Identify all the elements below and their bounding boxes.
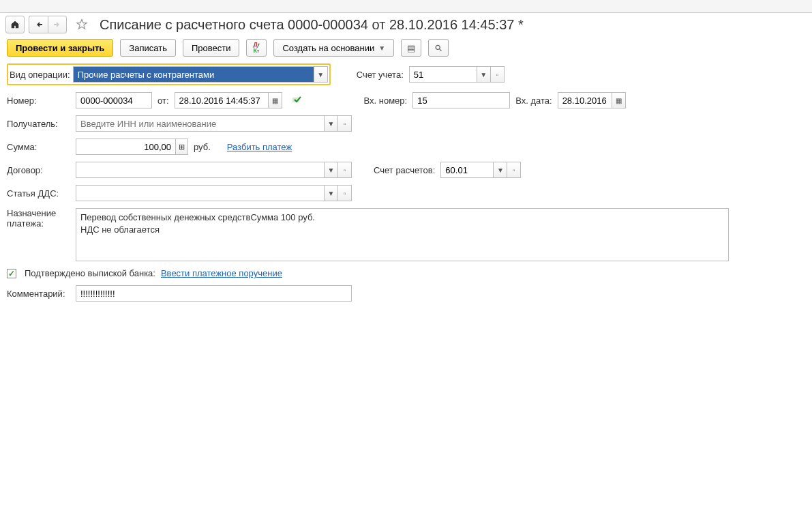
row-amount: Сумма: ⊞ руб. Разбить платеж xyxy=(7,138,805,155)
header-bar: Списание с расчетного счета 0000-000034 … xyxy=(0,13,812,36)
label-amount: Сумма: xyxy=(7,142,70,152)
settlement-account-field: ▼ ▫ xyxy=(440,162,521,178)
arrow-left-icon xyxy=(35,20,43,29)
dds-field: ▼ ▫ xyxy=(76,185,352,201)
row-contract: Договор: ▼ ▫ Счет расчетов: ▼ ▫ xyxy=(7,162,805,178)
operation-type-dropdown[interactable]: ▼ xyxy=(314,66,328,83)
document-tree-icon: ▤ xyxy=(407,43,415,53)
label-number: Номер: xyxy=(7,96,70,106)
dds-input[interactable] xyxy=(76,185,325,201)
confirmed-checkbox[interactable] xyxy=(7,269,16,278)
label-operation-type: Вид операции: xyxy=(10,70,70,80)
enter-payment-link[interactable]: Ввести платежное поручение xyxy=(161,268,282,278)
contract-dropdown[interactable]: ▼ xyxy=(325,162,338,178)
amount-field: ⊞ xyxy=(76,138,188,155)
create-based-button[interactable]: Создать на основании ▼ xyxy=(273,39,394,57)
comment-field xyxy=(76,285,352,302)
date-input[interactable] xyxy=(175,92,269,108)
date-calendar[interactable]: ▦ xyxy=(269,92,282,108)
post-button[interactable]: Провести xyxy=(183,39,240,57)
row-recipient: Получатель: ▼ ▫ xyxy=(7,115,805,132)
home-icon xyxy=(10,20,20,29)
in-date-field: ▦ xyxy=(558,92,626,108)
account-open[interactable]: ▫ xyxy=(491,66,505,83)
write-button[interactable]: Записать xyxy=(120,39,176,57)
account-dropdown[interactable]: ▼ xyxy=(477,66,491,83)
star-icon xyxy=(75,18,89,31)
recipient-dropdown[interactable]: ▼ xyxy=(325,115,338,132)
operation-type-field: ▼ xyxy=(73,66,328,83)
paperclip-icon: ⚲ xyxy=(432,42,445,54)
row-comment: Комментарий: xyxy=(7,285,805,302)
recipient-input[interactable] xyxy=(76,115,325,132)
label-confirmed: Подтверждено выпиской банка: xyxy=(25,268,155,278)
label-from: от: xyxy=(157,96,169,106)
in-date-input[interactable] xyxy=(558,92,612,108)
arrow-right-icon xyxy=(53,20,61,29)
dds-open[interactable]: ▫ xyxy=(338,185,352,201)
calendar-icon: ▦ xyxy=(272,97,278,104)
row-purpose: Назначение платежа: Перевод собственных … xyxy=(7,208,805,261)
in-number-field xyxy=(412,92,510,108)
form-area: Вид операции: ▼ Счет учета: ▼ ▫ Номер: о… xyxy=(0,63,812,302)
contract-open[interactable]: ▫ xyxy=(338,162,352,178)
date-ok-mark[interactable] xyxy=(292,95,303,106)
label-in-number: Вх. номер: xyxy=(364,96,408,106)
in-number-input[interactable] xyxy=(412,92,510,108)
recipient-open[interactable]: ▫ xyxy=(338,115,352,132)
back-button[interactable] xyxy=(29,16,48,33)
row-confirmed: Подтверждено выпиской банка: Ввести плат… xyxy=(7,268,805,278)
settlement-account-input[interactable] xyxy=(440,162,494,178)
dtkt-button[interactable]: ДтКт xyxy=(246,39,267,57)
in-date-calendar[interactable]: ▦ xyxy=(612,92,626,108)
account-field: ▼ ▫ xyxy=(409,66,505,83)
label-contract: Договор: xyxy=(7,165,70,175)
settlement-account-dropdown[interactable]: ▼ xyxy=(494,162,507,178)
label-dds: Статья ДДС: xyxy=(7,188,70,199)
nav-group xyxy=(29,16,67,33)
attach-button[interactable]: ⚲ xyxy=(428,39,449,57)
window-tabs-bar xyxy=(0,0,812,13)
contract-field: ▼ ▫ xyxy=(76,162,352,178)
number-input[interactable] xyxy=(76,92,152,108)
page-title: Списание с расчетного счета 0000-000034 … xyxy=(100,17,524,33)
row-dds: Статья ДДС: ▼ ▫ xyxy=(7,185,805,201)
calendar-icon: ▦ xyxy=(616,97,622,104)
split-payment-link[interactable]: Разбить платеж xyxy=(227,142,292,152)
create-based-label: Создать на основании xyxy=(282,43,374,53)
structure-button[interactable]: ▤ xyxy=(401,39,421,57)
contract-input[interactable] xyxy=(76,162,325,178)
number-field xyxy=(76,92,152,108)
label-account: Счет учета: xyxy=(357,70,404,80)
label-recipient: Получатель: xyxy=(7,119,70,129)
label-in-date: Вх. дата: xyxy=(515,96,552,106)
dtkt-icon: ДтКт xyxy=(254,42,260,54)
forward-button[interactable] xyxy=(48,16,67,33)
operation-type-input[interactable] xyxy=(73,66,314,83)
row-operation-type: Вид операции: ▼ Счет учета: ▼ ▫ xyxy=(7,63,805,85)
label-currency: руб. xyxy=(194,142,211,152)
settlement-account-open[interactable]: ▫ xyxy=(507,162,521,178)
toolbar: Провести и закрыть Записать Провести ДтК… xyxy=(0,36,812,63)
label-settlement-account: Счет расчетов: xyxy=(374,165,435,175)
comment-input[interactable] xyxy=(76,285,352,302)
purpose-textarea[interactable]: Перевод собственных денежных средствСумм… xyxy=(76,208,729,261)
chevron-down-icon: ▼ xyxy=(378,44,385,52)
favorite-button[interactable] xyxy=(74,16,90,33)
post-and-close-button[interactable]: Провести и закрыть xyxy=(7,39,113,57)
date-field: ▦ xyxy=(175,92,282,108)
home-button[interactable] xyxy=(5,16,25,33)
calculator-icon: ⊞ xyxy=(179,143,185,151)
label-comment: Комментарий: xyxy=(7,289,70,299)
account-input[interactable] xyxy=(409,66,477,83)
operation-type-group: Вид операции: ▼ xyxy=(7,63,331,85)
dds-dropdown[interactable]: ▼ xyxy=(325,185,338,201)
recipient-field: ▼ ▫ xyxy=(76,115,352,132)
row-number: Номер: от: ▦ Вх. номер: Вх. дата: ▦ xyxy=(7,92,805,108)
check-icon xyxy=(292,95,303,104)
label-purpose: Назначение платежа: xyxy=(7,208,70,229)
amount-input[interactable] xyxy=(76,138,176,155)
amount-calculator[interactable]: ⊞ xyxy=(176,138,188,155)
